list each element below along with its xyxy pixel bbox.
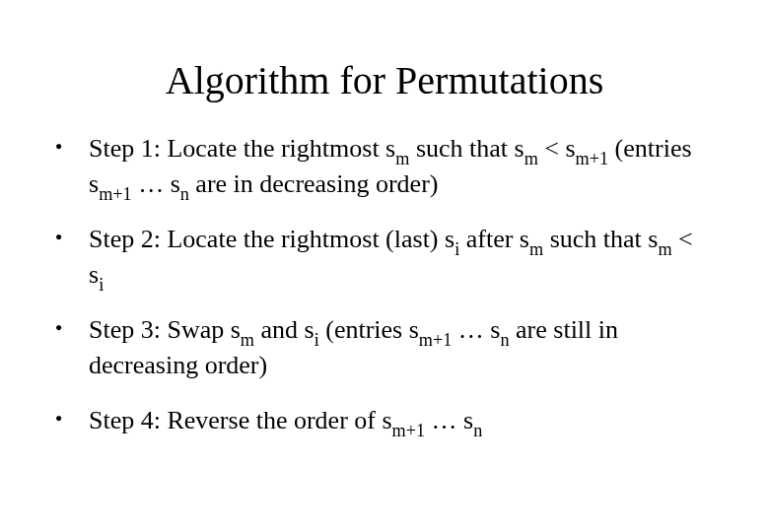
subscript: n [473, 421, 482, 440]
subscript: m [658, 239, 671, 259]
subscript: m [241, 330, 254, 350]
slide-content: Step 1: Locate the rightmost sm such tha… [0, 133, 769, 440]
list-item: Step 1: Locate the rightmost sm such tha… [49, 133, 710, 204]
slide: Algorithm for Permutations Step 1: Locat… [0, 0, 769, 532]
subscript: i [315, 330, 319, 350]
step-text: … s [452, 315, 500, 344]
subscript: i [454, 239, 459, 259]
subscript: n [500, 330, 509, 350]
subscript: m+1 [99, 184, 132, 204]
step-text: such that s [409, 134, 524, 163]
step-text: and s [254, 315, 315, 344]
step-text: (entries s [319, 315, 419, 344]
step-text: … s [425, 406, 473, 434]
step-text: such that s [543, 225, 658, 253]
step-text: Step 4: Reverse the order of s [89, 406, 392, 434]
list-item: Step 2: Locate the rightmost (last) si a… [49, 224, 710, 295]
slide-title: Algorithm for Permutations [0, 0, 769, 133]
subscript: m+1 [419, 330, 453, 350]
step-text: after s [459, 225, 529, 253]
subscript: m+1 [576, 149, 609, 168]
step-text: < s [538, 134, 576, 163]
step-text: Step 3: Swap s [89, 315, 241, 344]
list-item: Step 3: Swap sm and si (entries sm+1 … s… [49, 314, 710, 385]
subscript: m [395, 149, 409, 168]
step-text: are in decreasing order) [189, 169, 439, 198]
subscript: m [529, 239, 543, 259]
step-text: Step 1: Locate the rightmost s [89, 134, 395, 163]
subscript: i [99, 275, 104, 295]
subscript: n [180, 184, 189, 204]
subscript: m [524, 149, 538, 168]
step-text: … s [132, 169, 180, 198]
list-item: Step 4: Reverse the order of sm+1 … sn [49, 405, 710, 440]
step-text: Step 2: Locate the rightmost (last) s [89, 225, 454, 253]
steps-list: Step 1: Locate the rightmost sm such tha… [49, 133, 710, 440]
subscript: m+1 [392, 421, 426, 440]
